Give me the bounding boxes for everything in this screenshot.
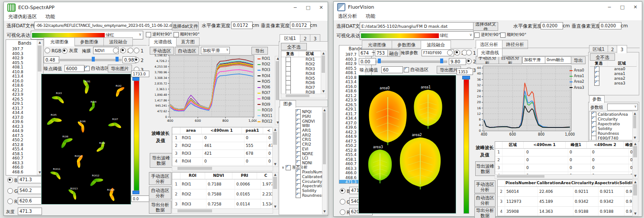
table-cell[interactable]: 3 — [495, 164, 502, 172]
tab-image-params[interactable]: 图参 — [280, 100, 296, 108]
auto-select-checkbox[interactable]: 自动选区 — [84, 65, 109, 72]
table-cell[interactable]: 0 — [591, 156, 629, 164]
legend-item[interactable]: ROI6 — [258, 85, 274, 90]
legend-item[interactable]: ROI11 — [258, 113, 274, 119]
manual-roi-analyze-button[interactable]: 手动选区 分析 — [149, 172, 171, 185]
param-check-item[interactable]: Roundness — [591, 131, 633, 136]
param-tree-item[interactable]: CRI2 — [280, 142, 322, 147]
fuse-button[interactable]: 融合 — [387, 49, 400, 57]
param-tree-item[interactable]: NPQI — [280, 110, 322, 114]
table-cell[interactable]: 56014 — [505, 187, 538, 196]
gray-value[interactable]: 471.3 — [18, 208, 42, 215]
legend-item[interactable]: ROI8 — [258, 96, 274, 101]
tab-spectral-curve[interactable]: 光谱曲线 — [477, 49, 502, 57]
table-cell[interactable]: 555 — [245, 142, 267, 150]
table-cell[interactable]: 0.9188 — [599, 207, 625, 216]
region-row[interactable]: ROI1 — [281, 57, 321, 62]
region-row[interactable]: ROI6 — [281, 81, 321, 85]
range-slider-handle-high[interactable] — [116, 57, 119, 62]
view-radio-1[interactable]: 1 — [134, 48, 144, 53]
table-cell[interactable]: 4 — [498, 207, 505, 216]
channel-b-radio[interactable]: B — [7, 177, 17, 183]
h-pixel-width-input[interactable]: 0.0172 — [231, 22, 253, 29]
view-radio-2[interactable]: 2 — [466, 59, 476, 64]
morphology-table-vscroll[interactable]: ▲▼ — [632, 179, 638, 216]
table-header-cell[interactable]: Solidity — [619, 180, 633, 186]
view-radio-2[interactable]: 2 — [134, 57, 144, 63]
table-cell[interactable]: 3 — [498, 197, 505, 206]
export-analysis-button[interactable]: 导出分析 数据 — [149, 201, 171, 214]
table-header-cell[interactable]: C — [257, 172, 273, 179]
table-cell[interactable]: 0 — [525, 156, 568, 164]
param-tree-item[interactable]: ARI2 — [280, 133, 322, 137]
table-cell[interactable]: 35908 — [505, 207, 538, 216]
table-row[interactable]: 3ROI30.72580.01141.5342 — [172, 199, 273, 209]
table-cell[interactable]: 0 — [591, 164, 629, 172]
rotate-cw-checkbox[interactable]: 顺时针90° — [174, 32, 200, 37]
table-cell[interactable] — [502, 149, 525, 156]
peak-table-hscroll[interactable] — [172, 166, 273, 171]
table-cell[interactable]: 0.7588 — [206, 189, 235, 199]
table-cell[interactable]: 112973 — [505, 197, 538, 206]
range-slider-track[interactable] — [58, 59, 122, 61]
param-tree-item[interactable]: PixelsNum... — [280, 170, 322, 175]
legend-item[interactable]: ROI4 — [258, 73, 274, 79]
v-pixel-width-input[interactable]: 0.0200 — [599, 22, 621, 29]
h-pixel-width-input[interactable]: 0.0200 — [541, 22, 563, 29]
region-checkbox[interactable] — [594, 81, 599, 86]
table-header-cell[interactable]: PixelsNumber — [505, 180, 537, 186]
table-header-cell[interactable]: peak1 — [242, 127, 263, 134]
dat-path-input[interactable]: -06-32/capture/REFLECTANCE_lvdou_emptyna… — [34, 22, 173, 29]
legend-item[interactable]: ROI7 — [258, 90, 274, 96]
table-header-cell[interactable]: Aspectratio — [595, 180, 619, 186]
table-cell[interactable]: ROI1 — [180, 179, 206, 189]
table-row[interactable]: 1ROI10.71880.00661.9774 — [172, 179, 273, 189]
auto-roi-analyze-button[interactable]: 自动选区 分析 — [149, 186, 171, 199]
range-slider-track[interactable] — [375, 61, 447, 63]
tab-band-fusion[interactable]: 波段融合 — [421, 40, 451, 49]
table-row[interactable]: 2ROI2461555471 — [172, 142, 273, 150]
export-analysis-button[interactable]: 导出分析 数据 — [474, 207, 496, 218]
table-cell[interactable]: ROI2 — [180, 142, 203, 150]
param-tree-item[interactable]: EVI — [280, 147, 322, 152]
legend-item[interactable]: Area2 — [570, 79, 587, 85]
tab-region-1[interactable]: 区域1 — [280, 34, 300, 42]
table-cell[interactable]: 2 — [495, 156, 502, 164]
analysis-table-vscroll[interactable]: ▲▼ — [272, 172, 278, 209]
legend-item[interactable]: Area3 — [570, 85, 587, 91]
menu-item-function[interactable]: 功能 — [45, 13, 55, 20]
table-cell[interactable]: 0 — [568, 164, 591, 172]
param-tree-v scroll[interactable]: ▲▼ — [322, 107, 327, 214]
param-check-item[interactable]: F690/F740 — [591, 136, 633, 140]
region-row[interactable]: ROI4 — [281, 71, 321, 76]
table-header-cell[interactable]: < — [263, 127, 273, 134]
dat-path-input[interactable]: E:/data/365-1102/huanglu/FM D mask.dat — [360, 22, 474, 30]
param-check-item[interactable]: Circularity — [591, 117, 633, 122]
table-row[interactable]: 10000 — [495, 149, 633, 156]
param-checkbox[interactable] — [286, 165, 291, 170]
auto-roi-analyze-button[interactable]: 自动选区 分析 — [474, 194, 496, 207]
table-cell[interactable]: ROI4 — [180, 158, 203, 165]
colorbar-max-value[interactable]: 1733.0 — [131, 71, 149, 77]
table-cell[interactable]: 678 — [245, 150, 267, 157]
table-header-cell[interactable]: Circularity — [571, 180, 595, 186]
channel-g-value[interactable]: 540.2 — [18, 187, 42, 194]
fusion-width-select[interactable]: 0nm融合 — [545, 56, 575, 64]
channel-g-radio[interactable]: G — [7, 188, 18, 194]
param-tree-item[interactable]: NDRE — [280, 151, 322, 156]
table-cell[interactable]: 4 — [172, 158, 180, 165]
table-header-cell[interactable]: 区域 — [502, 142, 524, 148]
export-curve-button[interactable]: 导出 — [251, 47, 268, 55]
table-cell[interactable]: 0 — [203, 134, 245, 142]
param-checkbox[interactable] — [296, 193, 301, 198]
manual-roi-button[interactable]: 手动选区 — [150, 47, 174, 55]
table-cell[interactable]: 461 — [203, 142, 245, 150]
peak-table-hscroll[interactable] — [495, 174, 633, 179]
region-hscroll[interactable] — [281, 94, 326, 98]
rotate-cw-checkbox[interactable]: 顺时针90° — [500, 32, 526, 38]
param-check-item[interactable]: CalibrationArea — [591, 112, 633, 117]
table-header-cell[interactable]: ROI — [180, 172, 205, 179]
table-cell[interactable]: 0.7258 — [206, 199, 235, 209]
legend-item[interactable]: ROI3 — [258, 67, 274, 73]
param-checkbox[interactable] — [296, 160, 301, 166]
